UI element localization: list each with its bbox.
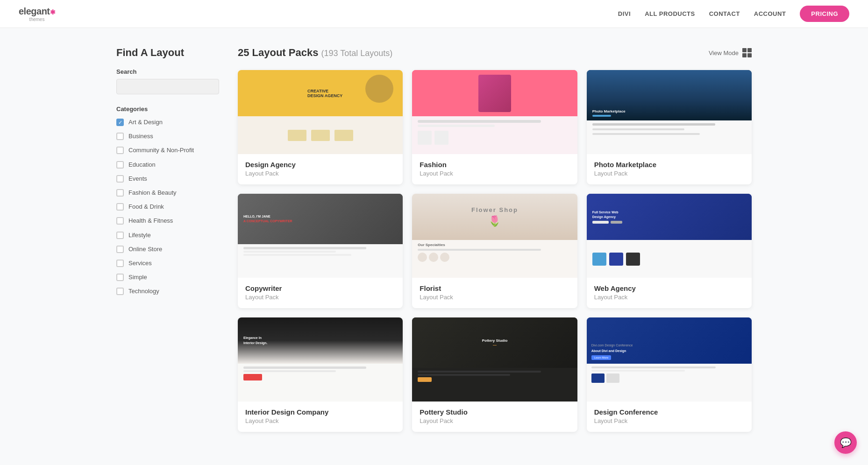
category-checkbox-lifestyle[interactable] <box>116 232 124 239</box>
card-name-design-conference: Design Conference <box>594 408 744 416</box>
grid-icon-sq4 <box>747 53 752 57</box>
nav-contact[interactable]: CONTACT <box>709 10 740 17</box>
card-image-copywriter: HELLO, I'M JANEA CONCEPTUAL COPYWRITER <box>238 194 403 278</box>
card-type-florist: Layout Pack <box>420 294 569 301</box>
category-checkbox-business[interactable] <box>116 133 124 140</box>
logo-star-icon: ✱ <box>50 8 56 16</box>
category-item-business[interactable]: Business <box>116 132 219 141</box>
layout-grid: CREATIVEDESIGN AGENCY Design Agency Layo… <box>238 70 752 432</box>
category-item-events[interactable]: Events <box>116 175 219 183</box>
card-type-copywriter: Layout Pack <box>245 294 395 301</box>
categories-list: Art & Design Business Community & Non-Pr… <box>116 118 219 296</box>
card-type-web-agency: Layout Pack <box>594 294 744 301</box>
layout-card-design-conference[interactable]: Divi.com Design Conference About Divi an… <box>587 317 752 432</box>
chat-icon: 💬 <box>840 437 852 448</box>
card-name-pottery-studio: Pottery Studio <box>420 408 569 416</box>
card-info-design-conference: Design Conference Layout Pack <box>587 402 752 432</box>
category-item-education[interactable]: Education <box>116 161 219 169</box>
layout-card-interior-design[interactable]: Elegance InInterior Design. Interior Des… <box>238 317 403 432</box>
view-mode-label: View Mode <box>709 49 739 56</box>
card-info-web-agency: Web Agency Layout Pack <box>587 278 752 308</box>
search-label: Search <box>116 68 219 75</box>
card-type-pottery-studio: Layout Pack <box>420 417 569 424</box>
chat-button[interactable]: 💬 <box>834 431 857 451</box>
content-area: 25 Layout Packs (193 Total Layouts) View… <box>238 47 752 432</box>
category-checkbox-education[interactable] <box>116 161 124 169</box>
category-item-lifestyle[interactable]: Lifestyle <box>116 231 219 240</box>
card-type-photo-marketplace: Layout Pack <box>594 170 744 177</box>
card-type-interior-design: Layout Pack <box>245 417 395 424</box>
category-item-technology[interactable]: Technology <box>116 287 219 296</box>
category-checkbox-simple[interactable] <box>116 274 124 281</box>
view-mode-icon <box>742 48 752 57</box>
card-info-pottery-studio: Pottery Studio Layout Pack <box>412 402 577 432</box>
card-image-fashion <box>412 70 577 154</box>
category-item-art-design[interactable]: Art & Design <box>116 118 219 127</box>
layout-card-web-agency[interactable]: Full Service WebDesign Agency Web Agency… <box>587 194 752 308</box>
category-label-education: Education <box>128 161 156 169</box>
layout-card-pottery-studio[interactable]: Pottery Studio— Pottery Studio Layout Pa… <box>412 317 577 432</box>
card-type-design-agency: Layout Pack <box>245 170 395 177</box>
category-checkbox-community[interactable] <box>116 147 124 154</box>
category-item-community[interactable]: Community & Non-Profit <box>116 146 219 155</box>
layout-card-copywriter[interactable]: HELLO, I'M JANEA CONCEPTUAL COPYWRITER C… <box>238 194 403 308</box>
card-info-copywriter: Copywriter Layout Pack <box>238 278 403 308</box>
category-item-online-store[interactable]: Online Store <box>116 245 219 254</box>
card-image-web-agency: Full Service WebDesign Agency <box>587 194 752 278</box>
layout-card-photo-marketplace[interactable]: Photo Marketplace Photo Marketplace Layo… <box>587 70 752 184</box>
card-name-interior-design: Interior Design Company <box>245 408 395 416</box>
card-info-photo-marketplace: Photo Marketplace Layout Pack <box>587 154 752 184</box>
category-checkbox-services[interactable] <box>116 260 124 267</box>
card-info-florist: Florist Layout Pack <box>412 278 577 308</box>
category-item-food-drink[interactable]: Food & Drink <box>116 203 219 211</box>
category-item-services[interactable]: Services <box>116 259 219 268</box>
category-checkbox-health-fitness[interactable] <box>116 217 124 225</box>
logo[interactable]: elegant✱ themes <box>19 6 55 22</box>
card-image-design-agency: CREATIVEDESIGN AGENCY <box>238 70 403 154</box>
card-image-interior-design: Elegance InInterior Design. <box>238 317 403 402</box>
category-checkbox-online-store[interactable] <box>116 246 124 253</box>
card-image-florist: Flower Shop 🌷 Our Specialties <box>412 194 577 278</box>
category-checkbox-events[interactable] <box>116 175 124 183</box>
view-mode-control[interactable]: View Mode <box>709 48 752 57</box>
card-image-pottery-studio: Pottery Studio— <box>412 317 577 402</box>
card-type-fashion: Layout Pack <box>420 170 569 177</box>
nav-account[interactable]: ACCOUNT <box>754 10 786 17</box>
category-label-technology: Technology <box>128 287 159 296</box>
category-label-food-drink: Food & Drink <box>128 203 164 211</box>
main-container: Find A Layout Search Categories Art & De… <box>107 28 761 451</box>
category-label-art-design: Art & Design <box>128 118 163 127</box>
category-item-fashion-beauty[interactable]: Fashion & Beauty <box>116 189 219 197</box>
category-item-health-fitness[interactable]: Health & Fitness <box>116 217 219 225</box>
layout-card-fashion[interactable]: Fashion Layout Pack <box>412 70 577 184</box>
search-input[interactable] <box>116 79 219 94</box>
sidebar: Find A Layout Search Categories Art & De… <box>116 47 219 432</box>
category-checkbox-fashion-beauty[interactable] <box>116 189 124 197</box>
header: elegant✱ themes DIVI ALL PRODUCTS CONTAC… <box>0 0 868 28</box>
category-label-events: Events <box>128 175 147 183</box>
category-label-health-fitness: Health & Fitness <box>128 217 173 225</box>
card-name-florist: Florist <box>420 284 569 293</box>
category-label-services: Services <box>128 259 152 268</box>
category-label-simple: Simple <box>128 273 147 282</box>
layout-card-design-agency[interactable]: CREATIVEDESIGN AGENCY Design Agency Layo… <box>238 70 403 184</box>
grid-icon-sq1 <box>742 48 747 52</box>
category-label-lifestyle: Lifestyle <box>128 231 151 240</box>
card-name-photo-marketplace: Photo Marketplace <box>594 161 744 169</box>
category-item-simple[interactable]: Simple <box>116 273 219 282</box>
card-info-fashion: Fashion Layout Pack <box>412 154 577 184</box>
category-checkbox-technology[interactable] <box>116 288 124 295</box>
card-image-design-conference: Divi.com Design Conference About Divi an… <box>587 317 752 402</box>
category-checkbox-food-drink[interactable] <box>116 203 124 211</box>
grid-icon-sq2 <box>747 48 752 52</box>
logo-sub: themes <box>19 17 55 22</box>
layout-card-florist[interactable]: Flower Shop 🌷 Our Specialties Florist <box>412 194 577 308</box>
category-label-fashion-beauty: Fashion & Beauty <box>128 189 177 197</box>
card-image-photo-marketplace: Photo Marketplace <box>587 70 752 154</box>
nav-all-products[interactable]: ALL PRODUCTS <box>645 10 695 17</box>
pricing-button[interactable]: PRICING <box>800 6 849 22</box>
nav-divi[interactable]: DIVI <box>618 10 631 17</box>
main-nav: DIVI ALL PRODUCTS CONTACT ACCOUNT PRICIN… <box>618 6 849 22</box>
card-type-design-conference: Layout Pack <box>594 417 744 424</box>
category-checkbox-art-design[interactable] <box>116 119 124 126</box>
